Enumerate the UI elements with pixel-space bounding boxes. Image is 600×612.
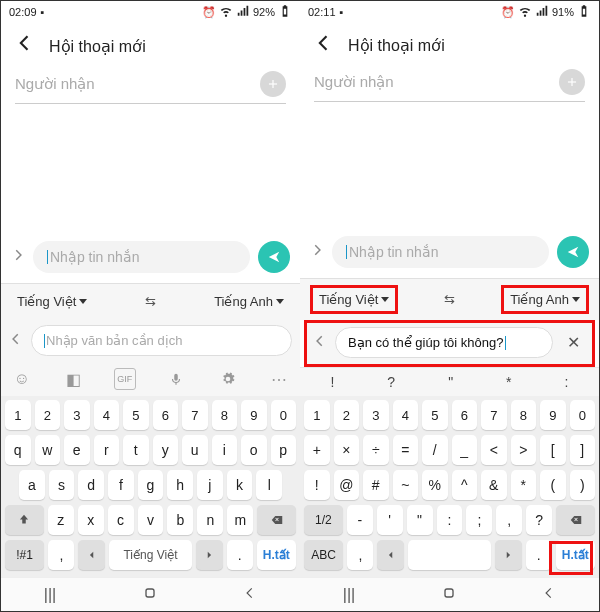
key-o[interactable]: o <box>241 435 267 465</box>
recipient-field[interactable]: Người nhận <box>15 71 286 104</box>
key-c[interactable]: c <box>108 505 134 535</box>
key-space[interactable] <box>408 540 492 570</box>
settings-icon[interactable] <box>217 368 239 390</box>
key-k[interactable]: k <box>227 470 253 500</box>
key-2[interactable]: 2 <box>35 400 61 430</box>
key-4[interactable]: 4 <box>94 400 120 430</box>
add-recipient-button[interactable] <box>559 69 585 95</box>
key-9[interactable]: 9 <box>241 400 267 430</box>
message-input[interactable]: Nhập tin nhắn <box>332 236 549 268</box>
nav-back-icon[interactable] <box>243 586 257 604</box>
key-sym[interactable]: ~ <box>393 470 419 500</box>
key-u[interactable]: u <box>182 435 208 465</box>
key-comma[interactable]: , <box>347 540 373 570</box>
key-sym[interactable]: ] <box>570 435 596 465</box>
key-abc[interactable]: ABC <box>304 540 343 570</box>
key-sym[interactable]: # <box>363 470 389 500</box>
key-p[interactable]: p <box>271 435 297 465</box>
key-sym[interactable]: + <box>304 435 330 465</box>
key-7[interactable]: 7 <box>182 400 208 430</box>
source-lang-selector[interactable]: Tiếng Việt <box>11 290 93 313</box>
expand-icon[interactable] <box>11 248 25 266</box>
key-h[interactable]: h <box>167 470 193 500</box>
key-2[interactable]: 2 <box>334 400 360 430</box>
nav-recent-icon[interactable]: ||| <box>44 586 56 604</box>
target-lang-selector[interactable]: Tiếng Anh <box>208 290 290 313</box>
key-5[interactable]: 5 <box>123 400 149 430</box>
key-sym[interactable]: = <box>393 435 419 465</box>
key-m[interactable]: m <box>227 505 253 535</box>
suggestion-item[interactable]: " <box>448 374 453 390</box>
sticker-icon[interactable]: ◧ <box>62 368 84 390</box>
collapse-icon[interactable] <box>313 334 327 352</box>
nav-recent-icon[interactable]: ||| <box>343 586 355 604</box>
key-n[interactable]: n <box>197 505 223 535</box>
key-1[interactable]: 1 <box>5 400 31 430</box>
key-cursor-right[interactable] <box>196 540 222 570</box>
key-sym[interactable]: @ <box>334 470 360 500</box>
key-sym[interactable]: : <box>437 505 463 535</box>
key-period[interactable]: . <box>227 540 253 570</box>
key-4[interactable]: 4 <box>393 400 419 430</box>
nav-home-icon[interactable] <box>142 585 158 605</box>
target-lang-selector[interactable]: Tiếng Anh <box>501 285 589 314</box>
clear-input-icon[interactable]: ✕ <box>561 333 586 352</box>
key-3[interactable]: 3 <box>363 400 389 430</box>
key-sym[interactable]: × <box>334 435 360 465</box>
suggestion-item[interactable]: ! <box>330 374 334 390</box>
key-j[interactable]: j <box>197 470 223 500</box>
key-w[interactable]: w <box>35 435 61 465</box>
key-symbols[interactable]: !#1 <box>5 540 44 570</box>
key-sym[interactable]: ) <box>570 470 596 500</box>
key-comma[interactable]: , <box>48 540 74 570</box>
key-5[interactable]: 5 <box>422 400 448 430</box>
message-input[interactable]: Nhập tin nhắn <box>33 241 250 273</box>
key-6[interactable]: 6 <box>153 400 179 430</box>
key-sym[interactable]: " <box>407 505 433 535</box>
key-sym[interactable]: ! <box>304 470 330 500</box>
key-sym[interactable]: ( <box>540 470 566 500</box>
suggestion-item[interactable]: ? <box>387 374 395 390</box>
key-sym[interactable]: ; <box>466 505 492 535</box>
emoji-icon[interactable]: ☺ <box>11 368 33 390</box>
expand-icon[interactable] <box>310 243 324 261</box>
key-sym[interactable]: > <box>511 435 537 465</box>
gif-icon[interactable]: GIF <box>114 368 136 390</box>
key-0[interactable]: 0 <box>570 400 596 430</box>
swap-lang-button[interactable]: ⇆ <box>145 294 156 309</box>
key-sym[interactable]: ^ <box>452 470 478 500</box>
key-done[interactable]: H.tất <box>257 540 296 570</box>
source-lang-selector[interactable]: Tiếng Việt <box>310 285 398 314</box>
key-sym[interactable]: < <box>481 435 507 465</box>
key-r[interactable]: r <box>94 435 120 465</box>
key-sym[interactable]: * <box>511 470 537 500</box>
key-i[interactable]: i <box>212 435 238 465</box>
send-button[interactable] <box>258 241 290 273</box>
recipient-field[interactable]: Người nhận <box>314 69 585 102</box>
key-sym[interactable]: ? <box>526 505 552 535</box>
more-icon[interactable]: ⋯ <box>268 368 290 390</box>
key-backspace[interactable] <box>556 505 595 535</box>
key-sym[interactable]: & <box>481 470 507 500</box>
add-recipient-button[interactable] <box>260 71 286 97</box>
key-3[interactable]: 3 <box>64 400 90 430</box>
key-e[interactable]: e <box>64 435 90 465</box>
key-8[interactable]: 8 <box>212 400 238 430</box>
key-shift[interactable] <box>5 505 44 535</box>
back-icon[interactable] <box>15 33 35 59</box>
key-cursor-left[interactable] <box>78 540 104 570</box>
key-t[interactable]: t <box>123 435 149 465</box>
key-8[interactable]: 8 <box>511 400 537 430</box>
key-s[interactable]: s <box>49 470 75 500</box>
translate-input[interactable]: Bạn có thể giúp tôi không? <box>335 327 553 358</box>
key-space[interactable]: Tiếng Việt <box>109 540 193 570</box>
collapse-icon[interactable] <box>9 332 23 350</box>
key-0[interactable]: 0 <box>271 400 297 430</box>
key-y[interactable]: y <box>153 435 179 465</box>
key-7[interactable]: 7 <box>481 400 507 430</box>
send-button[interactable] <box>557 236 589 268</box>
back-icon[interactable] <box>314 33 334 57</box>
key-v[interactable]: v <box>138 505 164 535</box>
key-sym[interactable]: % <box>422 470 448 500</box>
translate-input[interactable]: Nhập văn bản cần dịch <box>31 325 292 356</box>
